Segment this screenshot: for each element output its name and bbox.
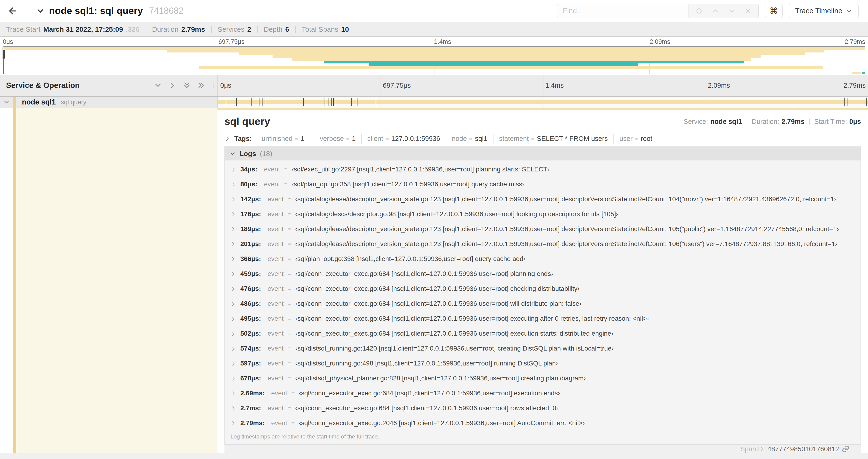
logs-header[interactable]: Logs (18) <box>225 147 861 160</box>
span-name-cell[interactable]: node sql1 sql query <box>0 97 217 108</box>
log-timestamp: 366μs: <box>240 255 261 263</box>
next-result-icon[interactable] <box>728 7 736 15</box>
minimap-canvas[interactable] <box>3 46 865 74</box>
tag-value: root <box>641 135 652 142</box>
log-row[interactable]: 2.7ms:event=‹sql/conn_executor_exec.go:6… <box>225 401 861 416</box>
span-timeline-cell[interactable] <box>217 97 868 108</box>
keyboard-shortcuts-button[interactable]: ⌘ <box>765 4 783 18</box>
log-expand-icon[interactable] <box>230 301 236 306</box>
log-row[interactable]: 366μs:event=‹sql/plan_opt.go:358 [nsql1,… <box>225 252 861 266</box>
collapse-one-icon[interactable] <box>154 81 162 89</box>
clear-find-icon[interactable] <box>744 7 752 15</box>
equals-sign: = <box>284 181 287 188</box>
log-field-value: ‹sql/catalog/lease/descriptor_version_st… <box>295 225 839 233</box>
log-expand-icon[interactable] <box>230 167 236 172</box>
log-expand-icon[interactable] <box>230 361 236 366</box>
log-expand-icon[interactable] <box>230 271 236 276</box>
equals-sign: = <box>288 315 291 322</box>
summary-value-fraction: .326 <box>126 25 139 33</box>
logs-collapse-icon[interactable] <box>229 151 236 157</box>
minimap-span-bar <box>862 72 865 75</box>
log-expand-icon[interactable] <box>230 241 236 247</box>
log-row[interactable]: 502μs:event=‹sql/conn_executor_exec.go:6… <box>225 326 861 341</box>
log-expand-icon[interactable] <box>230 390 236 396</box>
log-row[interactable]: 495μs:event=‹sql/conn_executor_exec.go:6… <box>225 311 861 326</box>
log-field-value: ‹sql/conn_executor_exec.go:684 [nsql1,cl… <box>295 315 649 322</box>
column-resizer-grip[interactable] <box>212 83 214 88</box>
minimap-tick-label: 1.4ms <box>434 38 451 45</box>
log-expand-icon[interactable] <box>230 346 236 351</box>
stat-value: 0μs <box>849 118 861 126</box>
ruler-tick-label: 2.79ms <box>843 81 868 89</box>
log-field-key: event <box>268 270 284 277</box>
tag-item: node=sql1 <box>452 135 487 142</box>
log-expand-icon[interactable] <box>230 256 236 262</box>
equals-sign: = <box>531 135 534 142</box>
log-row[interactable]: 201μs:event=‹sql/catalog/lease/descripto… <box>225 236 861 252</box>
summary-label: Depth <box>264 25 282 33</box>
log-row[interactable]: 2.69ms:event=‹sql/conn_executor_exec.go:… <box>225 386 861 401</box>
tags-row[interactable]: Tags: _unfinished=1_verbose=1client=127.… <box>224 133 861 144</box>
log-row[interactable]: 189μs:event=‹sql/catalog/lease/descripto… <box>225 222 861 236</box>
prev-result-icon[interactable] <box>712 7 719 15</box>
log-row[interactable]: 597μs:event=‹sql/distsql_running.go:498 … <box>225 356 861 371</box>
log-row[interactable]: 34μs:event=‹sql/exec_util.go:2297 [nsql1… <box>225 162 861 177</box>
log-expand-icon[interactable] <box>230 331 236 336</box>
log-field-key: event <box>268 210 284 218</box>
expand-one-icon[interactable] <box>169 81 176 89</box>
stat-value: node sql1 <box>710 118 742 126</box>
collapse-all-icon[interactable] <box>183 81 191 89</box>
log-row[interactable]: 2.79ms:event=‹sql/conn_executor_exec.go:… <box>225 416 861 431</box>
log-marker-tick <box>262 98 262 106</box>
tag-key: _verbose <box>316 135 344 142</box>
log-marker-tick <box>226 98 226 106</box>
log-row[interactable]: 459μs:event=‹sql/conn_executor_exec.go:6… <box>225 266 861 281</box>
log-expand-icon[interactable] <box>230 226 236 232</box>
tag-divider <box>493 134 494 144</box>
log-row[interactable]: 678μs:event=‹sql/distsql_physical_planne… <box>225 371 861 386</box>
span-row[interactable]: node sql1 sql query <box>0 97 868 108</box>
back-button[interactable] <box>0 0 26 22</box>
log-row[interactable]: 176μs:event=‹sql/catalog/descs/descripto… <box>225 207 861 222</box>
span-id-footer: SpanID: 4877749850101760812 <box>224 445 861 453</box>
log-row[interactable]: 142μs:event=‹sql/catalog/lease/descripto… <box>225 192 861 207</box>
summary-item: Duration2.79ms <box>152 25 205 33</box>
timeline-header-row: Service & Operation 0μs697.75μs1.4ms2.09… <box>0 75 868 97</box>
log-expand-icon[interactable] <box>230 211 236 217</box>
minimap-tick-label: 697.75μs <box>218 38 245 45</box>
trace-header-collapse-icon[interactable] <box>36 7 44 15</box>
log-expand-icon[interactable] <box>230 286 236 292</box>
log-field-value: ‹sql/catalog/lease/descriptor_version_st… <box>295 195 836 203</box>
minimap-span-bar <box>369 63 638 66</box>
summary-value: 6 <box>285 25 289 33</box>
log-row[interactable]: 476μs:event=‹sql/conn_executor_exec.go:6… <box>225 281 861 296</box>
log-expand-icon[interactable] <box>230 405 236 411</box>
log-expand-icon[interactable] <box>230 420 236 426</box>
view-selector-label: Trace Timeline <box>795 7 842 15</box>
minimap-scrubber[interactable] <box>3 47 4 74</box>
log-field-key: event <box>268 360 284 367</box>
stat-divider <box>809 119 810 125</box>
summary-value: 2.79ms <box>181 25 205 33</box>
log-row[interactable]: 80μs:event=‹sql/plan_opt.go:358 [nsql1,c… <box>225 177 861 192</box>
view-selector-button[interactable]: Trace Timeline <box>789 4 859 18</box>
locate-icon[interactable] <box>695 7 703 15</box>
tags-expand-icon[interactable] <box>224 136 230 142</box>
log-expand-icon[interactable] <box>230 182 236 187</box>
copy-link-icon[interactable] <box>842 445 849 453</box>
log-expand-icon[interactable] <box>230 375 236 381</box>
log-timestamp: 459μs: <box>240 270 261 277</box>
log-row[interactable]: 486μs:event=‹sql/conn_executor_exec.go:6… <box>225 296 861 311</box>
span-children-collapse-icon[interactable] <box>0 99 13 105</box>
expand-all-icon[interactable] <box>198 81 205 89</box>
log-field-key: event <box>268 345 284 352</box>
summary-item: Depth6 <box>264 25 289 33</box>
log-expand-icon[interactable] <box>230 196 236 202</box>
detail-divider <box>224 132 861 132</box>
find-input[interactable] <box>557 4 688 18</box>
equals-sign: = <box>288 256 291 262</box>
log-expand-icon[interactable] <box>230 316 236 321</box>
stat-label: Start Time: <box>814 118 847 126</box>
log-row[interactable]: 574μs:event=‹sql/distsql_running.go:1420… <box>225 341 861 356</box>
equals-sign: = <box>346 135 350 142</box>
